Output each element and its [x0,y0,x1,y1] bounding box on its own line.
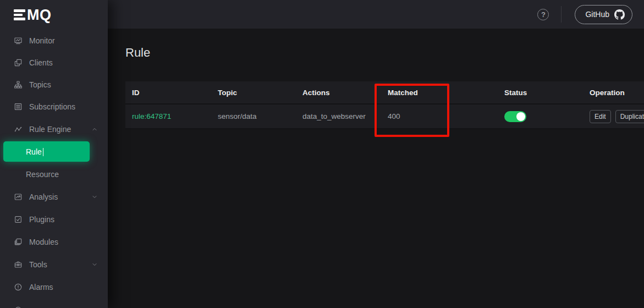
table-row: rule:647871 sensor/data data_to_webserve… [125,105,644,129]
status-toggle[interactable] [504,111,526,122]
subscriptions-icon [14,102,23,111]
column-header-id: ID [125,89,211,97]
rule-topic-cell: sensor/data [211,112,296,120]
sidebar-item-label: Clients [29,58,53,67]
sidebar-item-plugins[interactable]: Plugins [0,208,108,230]
clients-icon [14,58,23,67]
rule-table: ID Topic Actions Matched Status Operatio… [125,81,644,129]
main-content: Rule ID Topic Actions Matched Status Ope… [108,29,644,308]
sidebar-item-label: Plugins [29,215,54,224]
sidebar-item-monitor[interactable]: Monitor [0,30,108,52]
sidebar-item-rule[interactable]: Rule [0,140,108,163]
sidebar-item-tools[interactable]: Tools [0,253,108,276]
sidebar-item-analysis[interactable]: Analysis [0,185,108,208]
sidebar-item-modules[interactable]: Modules [0,230,108,253]
rule-id-link[interactable]: rule:647871 [132,112,171,120]
chevron-down-icon [91,261,98,268]
emq-logo-e-icon [14,9,25,20]
sidebar-item-label: Subscriptions [29,102,75,111]
sidebar-item-label: Tools [29,260,47,269]
chevron-up-icon [91,126,98,133]
sidebar-item-label: Analysis [29,193,58,201]
sidebar-item-partial[interactable] [0,298,108,308]
emq-logo-text: MQ [27,8,52,23]
duplicate-button[interactable]: Duplicate [615,110,644,123]
sidebar-item-label: Topics [29,80,51,89]
github-button[interactable]: GitHub [575,5,632,24]
rule-actions-cell: data_to_webserver [296,112,381,120]
page-title: Rule [125,46,150,60]
topbar: ? GitHub [108,0,644,29]
modules-icon [14,238,23,246]
sidebar: MQ Monitor Clients Topics Subscriptions [0,0,108,308]
active-menu-pill[interactable]: Rule [3,141,90,162]
settings-icon [14,305,23,308]
sidebar-item-label: Modules [29,238,58,246]
help-glyph: ? [541,11,546,18]
sidebar-item-alarms[interactable]: Alarms [0,276,108,298]
table-header-row: ID Topic Actions Matched Status Operatio… [125,81,644,105]
plugins-icon [14,215,23,224]
text-cursor [43,148,44,156]
status-toggle-knob [516,112,525,121]
rule-matched-cell: 400 [381,112,498,120]
sidebar-item-label: Rule [26,147,42,156]
sidebar-item-rule-engine[interactable]: Rule Engine [0,118,108,140]
topbar-divider [561,6,562,23]
alarm-circle-icon [14,283,23,292]
column-header-status: Status [498,89,583,97]
analysis-icon [14,193,23,201]
github-button-label: GitHub [585,10,609,19]
rule-engine-icon [14,125,23,134]
sidebar-item-label: Monitor [29,36,55,45]
sidebar-item-subscriptions[interactable]: Subscriptions [0,96,108,118]
tools-icon [14,260,23,269]
topics-icon [14,80,23,89]
sidebar-item-label: Rule Engine [29,125,71,134]
sidebar-item-label: Resource [26,170,59,179]
column-header-actions: Actions [296,89,381,97]
column-header-matched: Matched [381,89,498,97]
sidebar-item-clients[interactable]: Clients [0,52,108,74]
sidebar-item-resource[interactable]: Resource [0,163,108,185]
help-icon[interactable]: ? [537,9,549,20]
chevron-down-icon [91,194,98,200]
monitor-icon [14,36,23,45]
emq-logo[interactable]: MQ [0,0,108,30]
column-header-topic: Topic [211,89,296,97]
edit-button[interactable]: Edit [590,110,611,123]
column-header-operation: Operation [583,89,644,97]
github-octocat-icon [614,9,625,20]
sidebar-nav: Monitor Clients Topics Subscriptions Rul [0,30,108,308]
sidebar-item-label: Alarms [29,283,53,292]
sidebar-item-topics[interactable]: Topics [0,74,108,96]
